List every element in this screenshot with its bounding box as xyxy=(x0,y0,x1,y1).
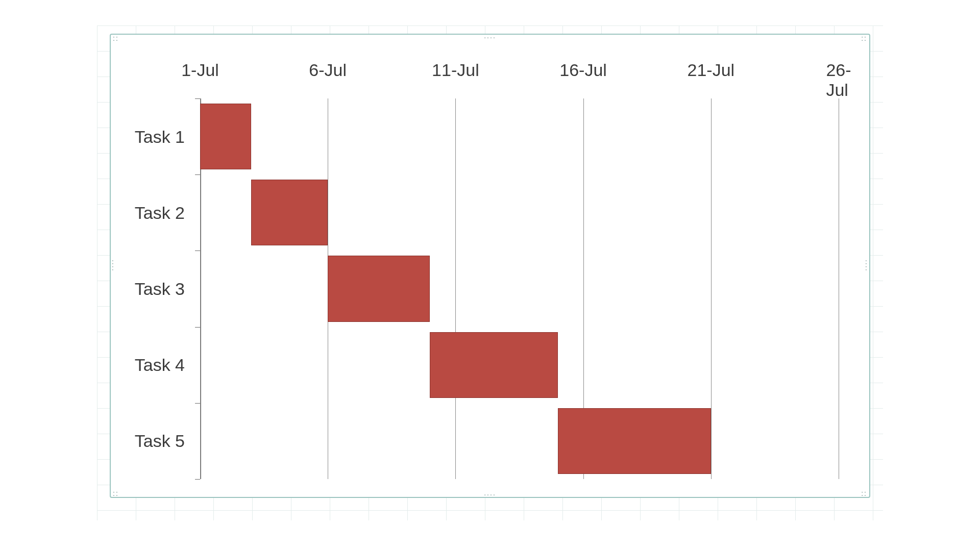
y-tick xyxy=(195,174,200,175)
gantt-bar[interactable] xyxy=(200,104,251,169)
y-tick xyxy=(195,251,200,251)
gantt-bar[interactable] xyxy=(328,256,430,321)
resize-handle-icon[interactable]: ···· xyxy=(484,492,496,497)
x-tick-label: 26-Jul xyxy=(826,60,851,100)
gantt-bar[interactable] xyxy=(430,332,557,398)
resize-handle-icon[interactable]: ···· xyxy=(484,35,496,40)
gantt-bar[interactable] xyxy=(251,180,328,245)
y-tick xyxy=(195,479,200,480)
task-label: Task 5 xyxy=(135,431,185,451)
task-label: Task 4 xyxy=(135,355,185,375)
resize-handle-icon[interactable]: ···· xyxy=(111,260,116,272)
task-row: Task 2 xyxy=(200,174,839,251)
resize-handle-icon[interactable]: :: xyxy=(113,491,119,496)
x-tick-label: 1-Jul xyxy=(181,60,219,80)
task-label: Task 2 xyxy=(135,203,185,222)
gantt-chart-object[interactable]: :: :: :: :: ···· ···· ···· ···· 1-Jul6-J… xyxy=(110,34,870,498)
task-row: Task 5 xyxy=(200,403,839,479)
resize-handle-icon[interactable]: ···· xyxy=(864,260,869,272)
vertical-gridline xyxy=(839,98,839,479)
x-tick-label: 21-Jul xyxy=(687,60,734,80)
gantt-bar[interactable] xyxy=(558,408,711,474)
x-tick-label: 6-Jul xyxy=(309,60,347,80)
resize-handle-icon[interactable]: :: xyxy=(113,36,119,41)
y-tick xyxy=(195,327,200,328)
task-label: Task 1 xyxy=(135,127,185,146)
y-tick xyxy=(195,403,200,404)
task-row: Task 1 xyxy=(200,98,839,174)
x-tick-label: 11-Jul xyxy=(432,60,479,80)
x-tick-label: 16-Jul xyxy=(559,60,607,80)
task-row: Task 4 xyxy=(200,327,839,403)
y-tick xyxy=(195,98,200,99)
plot-area: 1-Jul6-Jul11-Jul16-Jul21-Jul26-Jul Task … xyxy=(121,50,859,482)
plot-body: Task 1Task 2Task 3Task 4Task 5 xyxy=(200,98,839,479)
task-row: Task 3 xyxy=(200,251,839,327)
resize-handle-icon[interactable]: :: xyxy=(861,491,867,496)
resize-handle-icon[interactable]: :: xyxy=(861,36,867,41)
x-axis-labels: 1-Jul6-Jul11-Jul16-Jul21-Jul26-Jul xyxy=(121,60,859,86)
task-label: Task 3 xyxy=(135,279,185,298)
